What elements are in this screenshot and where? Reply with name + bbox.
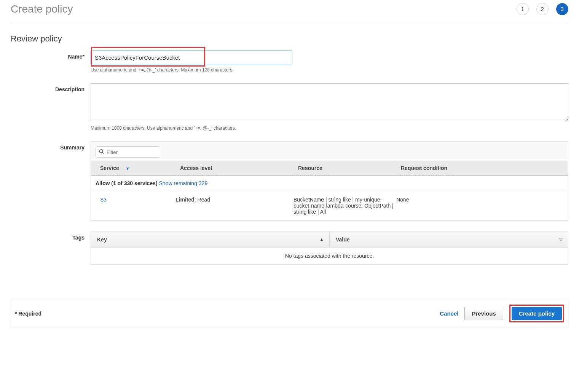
required-label: * Required [15,311,41,317]
reqcond-cell: None [396,197,563,215]
table-row: S3 Limited: Read BucketName | string lik… [91,191,568,221]
access-level-rest: : Read [195,197,210,203]
tags-key-label: Key [97,236,107,243]
col-reqcond[interactable]: Request condition [396,161,452,175]
tags-value-header[interactable]: Value ▽ [330,232,568,247]
name-help-text: Use alphanumeric and '+=,.@-_' character… [91,67,568,73]
tags-label: Tags [11,232,91,241]
description-row: Description Maximum 1000 characters. Use… [11,83,568,131]
name-label: Name* [11,51,91,60]
summary-table-header: Service▼ Access level Resource Request c… [91,161,568,176]
summary-row: Summary Service▼ Access level Resource R… [11,141,568,221]
cancel-button[interactable]: Cancel [440,310,458,317]
allow-row: Allow (1 of 330 services) Show remaining… [91,176,568,191]
footer: * Required Cancel Previous Create policy [11,299,568,328]
resource-cell: BucketName | string like | my-unique-buc… [293,197,396,215]
name-input[interactable] [91,51,292,64]
tags-row: Tags Key ▲ Value ▽ No tags associated wi… [11,232,568,265]
sort-down-icon: ▽ [559,237,563,242]
step-indicator: 1 2 3 [517,3,568,15]
page-title: Create policy [11,3,73,15]
col-service[interactable]: Service [96,161,124,175]
service-link[interactable]: S3 [100,197,107,203]
description-help-text: Maximum 1000 characters. Use alphanumeri… [91,125,568,131]
step-1[interactable]: 1 [517,3,529,15]
allow-text: Allow (1 of 330 services) [96,180,159,186]
previous-button[interactable]: Previous [464,307,503,320]
tags-key-header[interactable]: Key ▲ [91,232,330,247]
sort-caret-down-icon: ▼ [126,166,130,171]
tags-table-header: Key ▲ Value ▽ [91,232,568,248]
tags-value-label: Value [336,236,350,243]
description-input[interactable] [91,83,568,121]
col-access[interactable]: Access level [175,161,217,175]
description-label: Description [11,83,91,92]
page-header: Create policy 1 2 3 [11,0,568,23]
show-remaining-link[interactable]: Show remaining 329 [159,180,208,186]
tags-panel: Key ▲ Value ▽ No tags associated with th… [91,232,568,265]
name-row: Name* Use alphanumeric and '+=,.@-_' cha… [11,51,568,73]
no-tags-message: No tags associated with the resource. [91,248,568,264]
create-policy-button[interactable]: Create policy [512,307,562,320]
sort-up-icon: ▲ [319,237,324,242]
filter-box[interactable] [96,146,160,158]
search-icon [99,149,107,156]
summary-panel: Service▼ Access level Resource Request c… [91,141,568,221]
access-level-bold: Limited [175,197,195,203]
summary-label: Summary [11,141,91,151]
section-title: Review policy [11,34,568,44]
highlight-create-box: Create policy [509,305,564,322]
col-resource[interactable]: Resource [293,161,327,175]
step-3[interactable]: 3 [556,3,568,15]
filter-input[interactable] [107,149,171,155]
step-2[interactable]: 2 [536,3,549,15]
